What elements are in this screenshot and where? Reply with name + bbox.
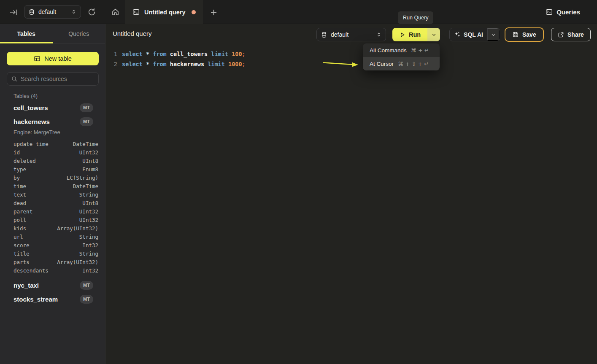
save-button[interactable]: Save xyxy=(505,27,544,42)
sidebar-tab-tables-label: Tables xyxy=(17,30,35,37)
table-row-hackernews[interactable]: hackernews MT xyxy=(7,116,99,127)
table-name: hackernews xyxy=(7,118,50,125)
run-button[interactable]: Run xyxy=(392,28,427,41)
collapse-sidebar-icon xyxy=(10,8,17,16)
search-resources-box xyxy=(7,72,99,86)
column-row[interactable]: deadUInt8 xyxy=(14,199,98,207)
floppy-save-icon xyxy=(512,31,519,38)
table-row-stocks-stream[interactable]: stocks_stream MT xyxy=(7,294,99,304)
column-row[interactable]: typeEnum8 xyxy=(14,165,98,173)
refresh-button[interactable] xyxy=(87,8,96,16)
column-type: UInt8 xyxy=(82,200,98,206)
column-name: type xyxy=(14,166,26,173)
table-row-cell-towers[interactable]: cell_towers MT xyxy=(7,102,99,113)
code-token: * xyxy=(146,51,153,57)
engine-badge: MT xyxy=(80,281,93,290)
sql-editor[interactable]: 1select * from cell_towers limit 100;2se… xyxy=(105,45,597,364)
column-type: UInt8 xyxy=(82,158,98,164)
engine-badge: MT xyxy=(80,103,93,112)
menu-item-at-cursor[interactable]: At Cursor⌘ + ⇧ + ↵ xyxy=(363,57,440,70)
code-token: 100 xyxy=(232,51,242,57)
code-token: 1000 xyxy=(228,61,242,67)
code-token: limit xyxy=(208,61,228,67)
column-row[interactable]: kidsArray(UInt32) xyxy=(14,224,98,232)
column-name: descendants xyxy=(14,267,49,274)
code-token: cell_towers xyxy=(170,51,211,57)
tab-untitled-query[interactable]: Untitled query xyxy=(125,0,203,24)
home-button[interactable] xyxy=(111,8,119,16)
column-row[interactable]: textString xyxy=(14,190,98,199)
sidebar-tab-tables[interactable]: Tables xyxy=(0,24,53,43)
column-type: String xyxy=(79,191,98,198)
search-resources-input[interactable] xyxy=(21,75,94,82)
column-row[interactable]: pollUInt32 xyxy=(14,216,98,224)
column-name: poll xyxy=(14,217,26,223)
column-type: UInt32 xyxy=(79,217,98,223)
code-token: select xyxy=(122,61,146,67)
column-row[interactable]: titleString xyxy=(14,249,98,258)
code-token: ; xyxy=(242,61,246,67)
save-button-label: Save xyxy=(522,31,536,38)
column-row[interactable]: byLC(String) xyxy=(14,173,98,182)
query-title: Untitled query xyxy=(113,30,152,37)
column-type: DateTime xyxy=(73,183,98,189)
engine-badge: MT xyxy=(80,117,93,126)
menu-item-shortcut: ⌘ + ⇧ + ↵ xyxy=(398,61,429,67)
sql-console: default Untitled query xyxy=(0,0,597,364)
new-tab-button[interactable] xyxy=(210,8,217,16)
run-options-button[interactable] xyxy=(427,28,440,41)
column-name: time xyxy=(14,183,26,189)
code-text: select * from cell_towers limit 100; xyxy=(122,51,246,57)
database-selector-topbar[interactable]: default xyxy=(24,5,81,19)
share-button[interactable]: Share xyxy=(551,28,591,41)
column-name: by xyxy=(14,175,20,181)
collapse-sidebar-button[interactable] xyxy=(9,8,17,16)
table-name: nyc_taxi xyxy=(7,282,39,289)
terminal-icon xyxy=(132,8,140,16)
column-name: title xyxy=(14,251,30,257)
database-icon xyxy=(321,32,327,38)
column-row[interactable]: deletedUInt8 xyxy=(14,156,98,165)
table-row-nyc-taxi[interactable]: nyc_taxi MT xyxy=(7,280,99,290)
run-button-label: Run xyxy=(409,31,421,38)
menu-item-shortcut: ⌘ + ↵ xyxy=(411,47,429,54)
refresh-icon xyxy=(88,8,96,16)
column-row[interactable]: update_timeDateTime xyxy=(14,140,98,148)
chevron-down-icon xyxy=(491,32,496,37)
column-row[interactable]: idUInt32 xyxy=(14,148,98,156)
run-split-button: Run xyxy=(392,28,440,41)
sidebar: Tables Queries New table Tables (4) cell… xyxy=(0,24,105,364)
column-type: Int32 xyxy=(82,267,98,274)
column-name: deleted xyxy=(14,158,36,164)
code-token: hackernews xyxy=(170,61,208,67)
database-selector-toolbar[interactable]: default xyxy=(316,28,386,41)
sql-ai-button[interactable]: SQL AI xyxy=(450,28,487,41)
column-row[interactable]: timeDateTime xyxy=(14,182,98,190)
column-type: Int32 xyxy=(82,242,98,248)
sql-ai-options-button[interactable] xyxy=(487,28,500,41)
column-row[interactable]: scoreInt32 xyxy=(14,241,98,249)
chevrons-up-down-icon xyxy=(376,32,381,38)
column-type: UInt32 xyxy=(79,208,98,215)
code-token: ; xyxy=(242,51,246,57)
hackernews-columns-list: update_timeDateTimeidUInt32deletedUInt8t… xyxy=(14,140,98,275)
column-row[interactable]: urlString xyxy=(14,232,98,241)
database-selector-value: default xyxy=(38,8,56,15)
sidebar-tab-queries[interactable]: Queries xyxy=(53,24,105,43)
column-name: dead xyxy=(14,200,26,206)
new-table-button[interactable]: New table xyxy=(7,52,99,65)
column-row[interactable]: partsArray(UInt32) xyxy=(14,258,98,266)
external-link-icon xyxy=(558,32,564,38)
column-name: url xyxy=(14,234,23,240)
unsaved-indicator-dot xyxy=(192,10,196,14)
tables-section-label: Tables (4) xyxy=(14,93,38,99)
sql-ai-button-label: SQL AI xyxy=(464,31,483,38)
column-row[interactable]: parentUInt32 xyxy=(14,207,98,216)
column-name: parts xyxy=(14,259,30,265)
code-token: from xyxy=(153,61,170,67)
column-row[interactable]: descendantsInt32 xyxy=(14,266,98,275)
queries-button[interactable]: Queries xyxy=(546,0,580,24)
engine-badge: MT xyxy=(80,295,93,304)
code-token: * xyxy=(146,61,153,67)
menu-item-all-commands[interactable]: All Commands⌘ + ↵ xyxy=(363,43,440,57)
